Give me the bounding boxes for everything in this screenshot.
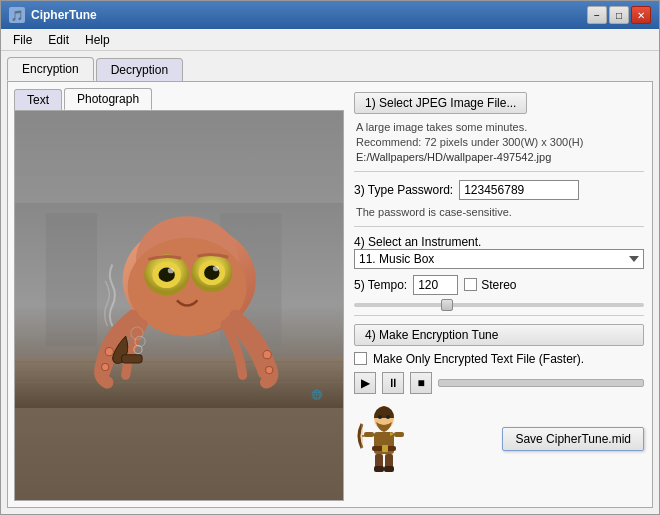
info-line1: A large image takes some minutes. [356,120,644,135]
password-row: 3) Type Password: [354,180,644,200]
password-label: 3) Type Password: [354,183,453,197]
select-image-button[interactable]: 1) Select JPEG Image File... [354,92,527,114]
tab-decryption[interactable]: Decryption [96,58,183,81]
svg-text:🌐: 🌐 [311,389,323,401]
tempo-row: 5) Tempo: Stereo [354,275,644,295]
octopus-svg: 🌐 [15,111,343,500]
info-line2: Recommend: 72 pixels under 300(W) x 300(… [356,135,644,150]
encrypt-file-row: Make Only Encrypted Text File (Faster). [354,352,644,366]
divider2 [354,226,644,227]
encrypt-file-checkbox[interactable] [354,352,367,365]
window-controls: − □ ✕ [587,6,651,24]
file-path: E:/Wallpapers/HD/wallpaper-497542.jpg [356,151,644,163]
stereo-checkbox[interactable] [464,278,477,291]
svg-point-22 [105,348,113,356]
make-encryption-row: 4) Make Encryption Tune [354,324,644,346]
pause-button[interactable]: ⏸ [382,372,404,394]
divider1 [354,171,644,172]
make-encryption-button[interactable]: 4) Make Encryption Tune [354,324,644,346]
svg-point-29 [386,415,390,419]
maximize-button[interactable]: □ [609,6,629,24]
svg-point-17 [213,266,219,271]
svg-rect-40 [374,466,384,472]
stop-button[interactable]: ■ [410,372,432,394]
menu-help[interactable]: Help [77,31,118,49]
image-container: 🌐 [14,110,344,501]
save-button[interactable]: Save CipherTune.mid [502,427,644,451]
main-window: 🎵 CipherTune − □ ✕ File Edit Help Encryp… [0,0,660,515]
app-icon: 🎵 [9,7,25,23]
stereo-label: Stereo [481,278,516,292]
title-bar: 🎵 CipherTune − □ ✕ [1,1,659,29]
instrument-label: 4) Select an Instrument. [354,235,644,249]
play-button[interactable]: ▶ [354,372,376,394]
tab-encryption[interactable]: Encryption [7,57,94,81]
svg-point-23 [102,363,109,370]
left-panel: Text Photograph [14,88,344,501]
window-title: CipherTune [31,8,97,22]
encrypt-file-label: Make Only Encrypted Text File (Faster). [373,352,584,366]
content-area: Encryption Decryption Text Photograph [1,51,659,514]
bottom-row: Save CipherTune.mid [354,404,644,474]
character-figure [354,404,414,474]
tempo-slider[interactable] [354,303,644,307]
divider3 [354,315,644,316]
close-button[interactable]: ✕ [631,6,651,24]
character-svg [354,404,414,474]
stereo-check-row: Stereo [464,278,516,292]
sub-tab-text[interactable]: Text [14,89,62,110]
title-bar-left: 🎵 CipherTune [9,7,97,23]
svg-rect-32 [382,445,388,452]
image-preview: 🌐 [15,111,343,500]
menu-file[interactable]: File [5,31,40,49]
svg-point-28 [378,415,382,419]
right-panel: 1) Select JPEG Image File... A large ima… [352,88,646,501]
info-block: A large image takes some minutes. Recomm… [354,120,644,163]
slider-thumb[interactable] [441,299,453,311]
sub-tab-photograph[interactable]: Photograph [64,88,152,110]
sub-tabs: Text Photograph [14,88,344,110]
svg-rect-6 [46,213,97,346]
playback-row: ▶ ⏸ ■ [354,372,644,394]
tempo-input[interactable] [413,275,458,295]
svg-point-25 [266,366,273,373]
svg-rect-34 [394,432,404,437]
password-input[interactable] [459,180,579,200]
case-sensitive-note: The password is case-sensitive. [356,206,644,218]
step1-row: 1) Select JPEG Image File... [354,92,644,114]
tempo-label: 5) Tempo: [354,278,407,292]
main-panel: Text Photograph [7,81,653,508]
svg-rect-41 [384,466,394,472]
svg-point-24 [263,351,271,359]
svg-point-13 [168,268,174,273]
main-tabs: Encryption Decryption [7,57,653,81]
slider-row [354,303,644,307]
menu-bar: File Edit Help [1,29,659,51]
svg-rect-18 [122,355,143,363]
instrument-select[interactable]: 11. Music Box 1. Acoustic Grand 12. Vibr… [354,249,644,269]
menu-edit[interactable]: Edit [40,31,77,49]
progress-bar[interactable] [438,379,644,387]
instrument-row: 4) Select an Instrument. 11. Music Box 1… [354,235,644,269]
minimize-button[interactable]: − [587,6,607,24]
